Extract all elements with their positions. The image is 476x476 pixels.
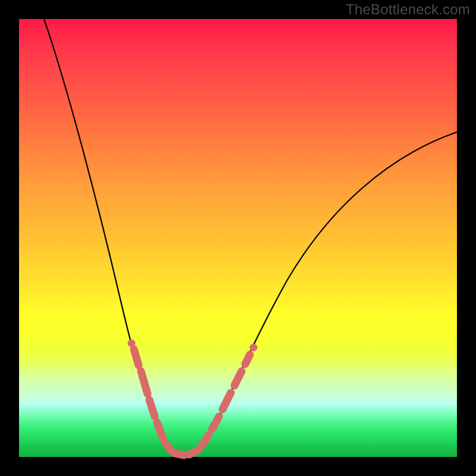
- bead-segment: [157, 422, 163, 439]
- bead-segment: [134, 349, 139, 365]
- bead-segment: [212, 416, 219, 430]
- bead-segment: [202, 436, 208, 445]
- bead-segment: [149, 400, 155, 416]
- bottleneck-curve: [44, 19, 457, 455]
- plot-area: [19, 19, 457, 457]
- bead-dot: [128, 340, 136, 347]
- bead-segment: [234, 371, 242, 386]
- curve-svg: [19, 19, 457, 457]
- bead-segment: [189, 450, 198, 455]
- watermark-text: TheBottleneck.com: [346, 1, 470, 18]
- bead-dot: [196, 444, 204, 452]
- bead-dot: [250, 344, 258, 352]
- bead-group: [128, 340, 258, 456]
- bead-segment: [223, 393, 231, 409]
- bead-segment: [175, 453, 184, 455]
- bead-segment: [245, 355, 250, 364]
- bead-dot: [161, 439, 169, 446]
- chart-frame: TheBottleneck.com: [0, 0, 476, 476]
- bead-segment: [141, 371, 148, 394]
- bead-segment: [167, 445, 171, 451]
